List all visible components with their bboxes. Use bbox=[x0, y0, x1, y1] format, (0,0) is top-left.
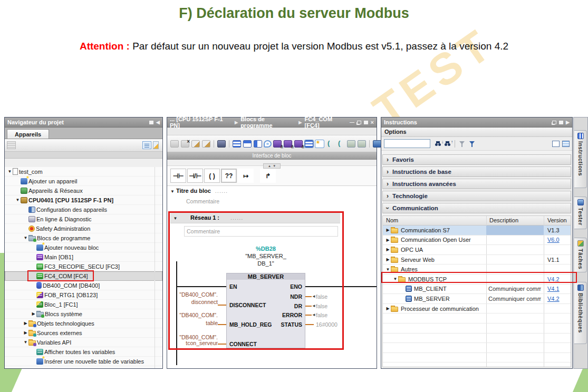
section-technologie[interactable]: ›Technologie bbox=[382, 191, 571, 201]
side-tab-instructions[interactable]: Instructions bbox=[574, 130, 587, 188]
tree-item-cpu0401-cpu-1512sp-f-1-pn[interactable]: ▼CPU0401 [CPU 1512SP F-1 PN] bbox=[5, 195, 162, 205]
breadcrumb-blocs[interactable]: Blocs de programme bbox=[240, 116, 296, 129]
expand-arrow-icon[interactable]: ▼ bbox=[15, 198, 21, 202]
table-row-mb-server[interactable]: MB_SERVERCommuniquer comme...V4.2 bbox=[383, 294, 571, 304]
expand-arrow-icon[interactable]: ▶ bbox=[385, 238, 391, 242]
section-chevron-icon[interactable]: › bbox=[383, 180, 392, 188]
table-row-communication-s7[interactable]: ▶Communication S7V1.3 bbox=[383, 226, 571, 236]
section-chevron-icon[interactable]: › bbox=[383, 156, 392, 163]
tree-item-fc3-recopie-secu-fc3[interactable]: FC3_RECOPIE_SECU [FC3] bbox=[5, 262, 162, 271]
network-comment-box[interactable]: Commentaire bbox=[184, 226, 338, 237]
row-version[interactable]: V4.2 bbox=[547, 276, 560, 282]
interface-de-bloc-bar[interactable]: Interface de bloc bbox=[167, 152, 377, 160]
search-up-icon[interactable]: ↑ bbox=[444, 141, 451, 147]
expand-arrow-icon[interactable]: ▶ bbox=[23, 330, 28, 335]
coil-button[interactable]: ( ) bbox=[204, 169, 220, 183]
db-name-line1[interactable]: "MB_SERVER_ bbox=[226, 253, 305, 259]
row-version[interactable]: V4.2 bbox=[547, 296, 560, 302]
details-view-icon[interactable] bbox=[142, 141, 151, 149]
section-chevron-icon[interactable]: › bbox=[383, 168, 392, 175]
side-tab-tester[interactable]: Tester bbox=[574, 197, 587, 229]
tree-item-appareils-r-seaux[interactable]: Appareils & Réseaux bbox=[5, 186, 162, 195]
operand-table[interactable]: table bbox=[178, 320, 218, 326]
tree-item-sources-externes[interactable]: ▶Sources externes bbox=[5, 328, 162, 338]
no-contact-button[interactable]: ⊣⊢ bbox=[170, 169, 186, 183]
go-offline-icon[interactable] bbox=[336, 140, 345, 148]
operand-disconnect[interactable]: disconnect bbox=[178, 299, 218, 305]
search-down-icon[interactable]: ↓ bbox=[435, 141, 442, 147]
tree-item-main-ob1[interactable]: Main [OB1] bbox=[5, 252, 162, 262]
restore-icon[interactable] bbox=[357, 121, 361, 124]
tree-item-db400-com-db400[interactable]: DB400_COM [DB400] bbox=[5, 281, 162, 290]
sort-tree-icon[interactable] bbox=[7, 141, 16, 149]
tree-item-en-ligne-diagnostic[interactable]: En ligne & Diagnostic bbox=[5, 214, 162, 224]
snapshot-icon[interactable] bbox=[358, 140, 366, 148]
rename-icon[interactable] bbox=[191, 140, 200, 148]
close-icon[interactable]: × bbox=[371, 119, 374, 125]
network-comments-icon[interactable] bbox=[264, 141, 271, 147]
options-bar[interactable]: Options bbox=[381, 128, 572, 137]
edit-properties-icon[interactable] bbox=[202, 140, 210, 148]
filter-active-icon[interactable] bbox=[469, 141, 476, 147]
maximize-icon[interactable] bbox=[364, 121, 368, 124]
table-row-modbus-tcp[interactable]: ▼MODBUS TCPV4.2 bbox=[383, 275, 571, 285]
breadcrumb-fc4[interactable]: FC4_COM [FC4] bbox=[305, 116, 348, 129]
section-chevron-icon[interactable]: › bbox=[383, 192, 392, 200]
network-1-header[interactable]: ▼ Réseau 1 : ...... bbox=[170, 213, 340, 223]
pin-panel-icon[interactable] bbox=[149, 121, 153, 124]
side-tab-biblioth-ques[interactable]: Bibliothèques bbox=[574, 282, 587, 344]
section-instructions-avanc-es[interactable]: ›Instructions avancées bbox=[382, 179, 571, 189]
row-version[interactable]: V4.1 bbox=[547, 286, 560, 292]
col-nom[interactable]: Nom bbox=[386, 217, 398, 223]
close-branch-button[interactable]: ↱ bbox=[260, 169, 276, 183]
tree-item-ajouter-un-appareil[interactable]: Ajouter un appareil bbox=[5, 177, 162, 186]
col-version[interactable]: Version bbox=[547, 217, 567, 223]
table-row-communication-open-user[interactable]: ▶Communication Open UserV6.0 bbox=[383, 236, 571, 246]
section-communication[interactable]: ›Communication bbox=[382, 203, 571, 213]
tree-item-fc4-com-fc4[interactable]: FC4_COM [FC4] bbox=[5, 271, 162, 281]
expand-arrow-icon[interactable]: ▼ bbox=[23, 340, 28, 345]
operand-disconnect-db[interactable]: "DB400_COM". bbox=[178, 291, 218, 298]
tree-item-ins-rer-une-nouvelle-table-de-variables[interactable]: Insérer une nouvelle table de variables bbox=[5, 357, 162, 366]
expand-arrow-icon[interactable]: ▶ bbox=[31, 311, 36, 316]
mb-server-block-header[interactable]: MB_SERVER bbox=[226, 273, 305, 280]
expand-arrow-icon[interactable]: ▼ bbox=[392, 277, 398, 281]
go-online-icon[interactable] bbox=[326, 140, 334, 148]
block-title-row[interactable]: ▼ Titre du bloc...... bbox=[170, 188, 228, 194]
table-row-autres[interactable]: ▼Autres bbox=[383, 264, 571, 275]
expand-networks-icon[interactable] bbox=[305, 140, 313, 148]
skip-block-icon[interactable] bbox=[284, 140, 292, 148]
block-comment[interactable]: Commentaire bbox=[186, 198, 219, 204]
expand-arrow-icon[interactable]: ▶ bbox=[23, 321, 28, 326]
tree-item-bloc-1-fc1[interactable]: Bloc_1 [FC1] bbox=[5, 300, 162, 309]
pin-panel-icon[interactable] bbox=[559, 121, 563, 124]
expand-arrow-icon[interactable]: ▼ bbox=[23, 236, 28, 240]
table-row-opc-ua[interactable]: ▶OPC UA bbox=[383, 245, 571, 255]
delete-network-icon[interactable] bbox=[181, 140, 189, 148]
tree-item-ajouter-nouveau-bloc[interactable]: Ajouter nouveau bloc bbox=[5, 243, 162, 252]
expand-arrow-icon[interactable]: ▼ bbox=[7, 169, 13, 174]
tree-item-fob-rtg1-ob123[interactable]: FOB_RTG1 [OB123] bbox=[5, 290, 162, 300]
tree-item-safety-administration[interactable]: Safety Administration bbox=[5, 224, 162, 233]
table-row-processeur-de-communication[interactable]: ▶Processeur de communication bbox=[383, 304, 571, 314]
tree-item-variables-api[interactable]: ▼Variables API bbox=[5, 338, 162, 347]
operand-tcon-serveur[interactable]: tcon_serveur bbox=[178, 340, 218, 346]
update-block-calls-icon[interactable] bbox=[294, 140, 303, 148]
table-row-serveur-web[interactable]: ▶Serveur WebV1.1 bbox=[383, 255, 571, 265]
expand-arrow-icon[interactable]: ▶ bbox=[385, 228, 391, 232]
tree-item-configuration-des-appareils[interactable]: Configuration des appareils bbox=[5, 205, 162, 214]
list-view-icon[interactable] bbox=[562, 141, 570, 147]
search-input[interactable] bbox=[384, 139, 430, 148]
db-name-line2[interactable]: DB_1" bbox=[226, 260, 305, 267]
tree-item-afficher-toutes-les-variables[interactable]: Afficher toutes les variables bbox=[5, 347, 162, 357]
table-row-mb-client[interactable]: MB_CLIENTCommuniquer comme...V4.1 bbox=[383, 285, 571, 295]
absolute-symbolic-icon[interactable] bbox=[233, 140, 241, 148]
insert-network-icon[interactable] bbox=[170, 140, 179, 148]
open-branch-button[interactable]: ↦ bbox=[238, 169, 254, 183]
collapse-left-icon[interactable]: ◀ bbox=[156, 120, 160, 125]
nc-contact-button[interactable]: ⊣/⊢ bbox=[187, 169, 203, 183]
know-how-protection-icon[interactable] bbox=[217, 140, 226, 148]
export-view-icon[interactable] bbox=[153, 141, 159, 149]
monitoring-icon[interactable] bbox=[347, 140, 355, 148]
empty-box-button[interactable]: ?? bbox=[221, 169, 237, 183]
